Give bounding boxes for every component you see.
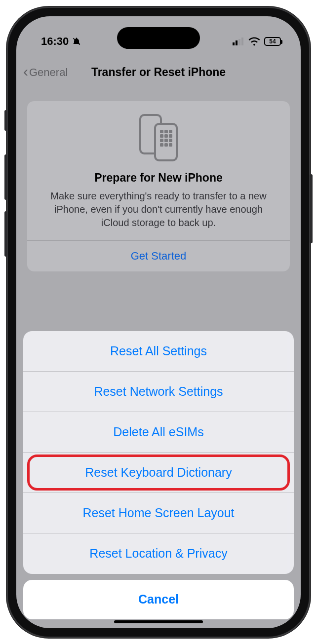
svg-rect-6 bbox=[160, 130, 163, 133]
reset-keyboard-dictionary-button[interactable]: Reset Keyboard Dictionary bbox=[23, 453, 294, 493]
mute-switch bbox=[4, 110, 7, 131]
phone-frame: 16:30 54 bbox=[6, 6, 311, 638]
back-label: General bbox=[29, 66, 68, 79]
svg-rect-1 bbox=[236, 40, 238, 45]
screen: 16:30 54 bbox=[16, 16, 301, 628]
svg-rect-11 bbox=[169, 134, 172, 138]
delete-all-esims-button[interactable]: Delete All eSIMs bbox=[23, 412, 294, 453]
get-started-button[interactable]: Get Started bbox=[37, 241, 280, 271]
svg-rect-8 bbox=[169, 130, 172, 133]
action-sheet: Reset All Settings Reset Network Setting… bbox=[23, 331, 294, 574]
volume-up-button bbox=[4, 154, 7, 200]
svg-rect-3 bbox=[241, 38, 243, 45]
action-sheet-container: Reset All Settings Reset Network Setting… bbox=[16, 331, 301, 628]
svg-rect-2 bbox=[238, 39, 240, 45]
cancel-button[interactable]: Cancel bbox=[23, 580, 294, 619]
wifi-icon bbox=[248, 37, 260, 46]
sheet-item-label: Reset Network Settings bbox=[94, 384, 223, 399]
svg-rect-0 bbox=[233, 42, 235, 45]
back-button[interactable]: ‹ General bbox=[23, 66, 68, 79]
svg-rect-17 bbox=[169, 143, 172, 147]
svg-rect-7 bbox=[164, 130, 168, 133]
svg-rect-15 bbox=[160, 143, 163, 147]
svg-rect-13 bbox=[164, 139, 168, 142]
battery-percent: 54 bbox=[269, 38, 276, 45]
sheet-item-label: Reset Home Screen Layout bbox=[82, 506, 234, 520]
svg-rect-14 bbox=[169, 139, 172, 142]
svg-rect-12 bbox=[160, 139, 163, 142]
home-indicator[interactable] bbox=[114, 620, 203, 623]
battery-icon: 54 bbox=[264, 37, 281, 46]
volume-down-button bbox=[4, 211, 7, 257]
sheet-item-label: Reset Keyboard Dictionary bbox=[85, 465, 232, 480]
reset-all-settings-button[interactable]: Reset All Settings bbox=[23, 331, 294, 372]
reset-location-privacy-button[interactable]: Reset Location & Privacy bbox=[23, 533, 294, 574]
cancel-label: Cancel bbox=[138, 592, 179, 606]
svg-rect-10 bbox=[164, 134, 168, 138]
status-time: 16:30 bbox=[41, 35, 69, 48]
sheet-item-label: Delete All eSIMs bbox=[113, 425, 203, 439]
svg-rect-9 bbox=[160, 134, 163, 138]
reset-network-settings-button[interactable]: Reset Network Settings bbox=[23, 372, 294, 412]
sheet-item-label: Reset Location & Privacy bbox=[89, 546, 227, 561]
silent-mode-icon bbox=[72, 37, 81, 46]
power-button bbox=[310, 174, 313, 243]
sheet-item-label: Reset All Settings bbox=[110, 344, 207, 358]
reset-home-screen-layout-button[interactable]: Reset Home Screen Layout bbox=[23, 493, 294, 533]
card-title: Prepare for New iPhone bbox=[37, 171, 280, 185]
svg-rect-16 bbox=[164, 143, 168, 147]
card-description: Make sure everything's ready to transfer… bbox=[37, 189, 280, 229]
page-title: Transfer or Reset iPhone bbox=[91, 66, 226, 79]
navigation-bar: ‹ General Transfer or Reset iPhone bbox=[16, 61, 301, 84]
dynamic-island bbox=[117, 27, 200, 49]
prepare-card: Prepare for New iPhone Make sure everyth… bbox=[27, 101, 290, 271]
cellular-signal-icon bbox=[233, 38, 244, 45]
transfer-phones-icon bbox=[37, 113, 280, 162]
